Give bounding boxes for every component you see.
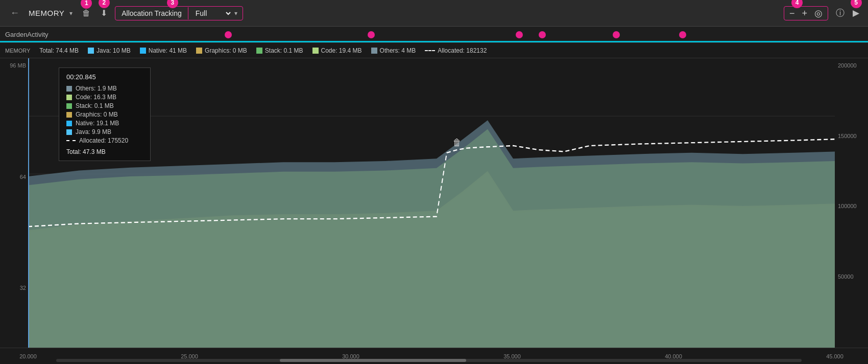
legend-others-swatch [371,48,377,54]
x-label-30: 30.000 [342,353,359,359]
event-dot-3 [516,31,523,38]
event-dot-2 [368,31,375,38]
legend-native-swatch [140,48,146,54]
legend-graphics-text: Graphics: 0 MB [205,47,247,54]
allocation-tracking-label: Allocation Tracking [115,7,188,19]
tooltip-java-text: Java: 9.9 MB [76,128,111,135]
legend-allocated: Allocated: 182132 [425,47,487,54]
scrollbar-thumb[interactable] [280,359,466,362]
play-button[interactable]: ▶ [850,6,862,20]
activity-bar: GardenActivity [0,27,868,43]
zoom-reset-button[interactable]: ◎ [811,8,826,19]
memory-legend-text: MEMORY [5,48,30,54]
x-axis-inner: 20.000 25.000 30.000 35.000 40.000 45.00… [28,348,835,364]
legend-graphics: Graphics: 0 MB [196,47,247,54]
legend-total-text: Total: 74.4 MB [39,47,79,54]
zoom-in-button[interactable]: + [799,8,810,19]
tooltip-allocated: Allocated: 175520 [66,137,143,144]
toolbar: ← MEMORY ▾ 1 🗑 2 ⬇ 3 Allocation Tracking… [0,0,868,27]
right-icons: ⓘ 5 ▶ [833,6,862,20]
tooltip-native: Native: 19.1 MB [66,120,143,127]
zoom-out-button[interactable]: − [786,8,798,19]
x-label-40: 40.000 [665,353,682,359]
legend-total: Total: 74.4 MB [39,47,79,54]
legend-graphics-swatch [196,48,202,54]
tooltip-java: Java: 9.9 MB [66,128,143,135]
memory-label: MEMORY [29,9,64,17]
save-button[interactable]: ⬇ [98,6,110,20]
legend-stack-text: Stack: 0.1 MB [265,47,303,54]
legend-bar: MEMORY Total: 74.4 MB Java: 10 MB Native… [0,43,868,58]
allocation-tracking-group: Allocation Tracking FullSampled ▾ [115,6,243,20]
full-dropdown-arrow: ▾ [234,10,237,17]
tooltip: 00:20.845 Others: 1.9 MB Code: 16.3 MB S… [59,67,151,161]
legend-java: Java: 10 MB [88,47,131,54]
memory-dropdown-arrow[interactable]: ▾ [69,10,73,17]
cursor-line [28,58,29,348]
tooltip-others: Others: 1.9 MB [66,85,143,92]
x-label-45: 45.000 [826,353,843,359]
activity-timeline-line [0,41,868,42]
x-label-35: 35.000 [503,353,521,359]
chart-area: 96 MB 64 32 [0,58,868,348]
tooltip-graphics-text: Graphics: 0 MB [76,111,118,118]
legend-allocated-swatch [425,50,435,51]
y-label-32: 32 [2,285,26,291]
tooltip-native-text: Native: 19.1 MB [76,120,119,127]
tooltip-time: 00:20.845 [66,73,143,81]
info-button[interactable]: ⓘ [833,6,847,20]
legend-others: Others: 4 MB [371,47,416,54]
x-axis: 20.000 25.000 30.000 35.000 40.000 45.00… [0,348,868,364]
y-label-right-100k: 100000 [838,203,865,209]
event-dot-5 [613,31,620,38]
trash-icon-marker: 🗑 [453,137,461,148]
y-label-right-200k: 200000 [838,62,865,69]
tooltip-others-swatch [66,86,72,92]
legend-code-text: Code: 19.4 MB [321,47,362,54]
timeline-scrollbar[interactable] [56,359,802,362]
legend-code-swatch [312,48,319,54]
legend-native: Native: 41 MB [140,47,187,54]
back-button[interactable]: ← [6,6,23,20]
tooltip-code: Code: 16.3 MB [66,94,143,101]
y-label-96mb: 96 MB [2,62,26,69]
tooltip-total: Total: 47.3 MB [66,148,143,155]
tooltip-allocated-swatch [66,140,76,141]
legend-native-text: Native: 41 MB [149,47,187,54]
legend-allocated-text: Allocated: 182132 [438,47,487,54]
y-label-right-150k: 150000 [838,133,865,139]
tooltip-stack: Stack: 0.1 MB [66,102,143,109]
tooltip-native-swatch [66,121,72,126]
event-dot-1 [225,31,232,38]
y-label-right-50k: 50000 [838,274,865,280]
tooltip-stack-text: Stack: 0.1 MB [76,102,114,109]
zoom-controls: − + ◎ [784,6,828,20]
y-axis-left: 96 MB 64 32 [0,58,28,348]
x-label-20: 20.000 [19,353,37,359]
tooltip-graphics: Graphics: 0 MB [66,111,143,118]
tooltip-java-swatch [66,129,72,135]
tooltip-stack-swatch [66,103,72,109]
event-dot-4 [539,31,546,38]
y-label-64: 64 [2,174,26,180]
tooltip-code-swatch [66,95,72,100]
full-dropdown[interactable]: FullSampled [194,9,232,18]
event-dot-6 [679,31,686,38]
full-dropdown-wrapper[interactable]: FullSampled ▾ [188,7,243,20]
tooltip-allocated-text: Allocated: 175520 [79,137,128,144]
x-label-25: 25.000 [181,353,198,359]
tooltip-others-text: Others: 1.9 MB [76,85,117,92]
legend-stack-swatch [256,48,262,54]
legend-java-swatch [88,48,94,54]
legend-code: Code: 19.4 MB [312,47,362,54]
chart-svg-container[interactable]: 🗑 00:20.845 Others: 1.9 MB Code: 16.3 MB… [28,58,835,348]
legend-stack: Stack: 0.1 MB [256,47,303,54]
legend-java-text: Java: 10 MB [97,47,131,54]
activity-label: GardenActivity [5,31,49,38]
legend-memory-label: MEMORY [5,48,30,54]
tooltip-code-text: Code: 16.3 MB [76,94,116,101]
legend-others-text: Others: 4 MB [380,47,416,54]
tooltip-graphics-swatch [66,112,72,118]
y-axis-right: 200000 150000 100000 50000 [835,58,868,348]
